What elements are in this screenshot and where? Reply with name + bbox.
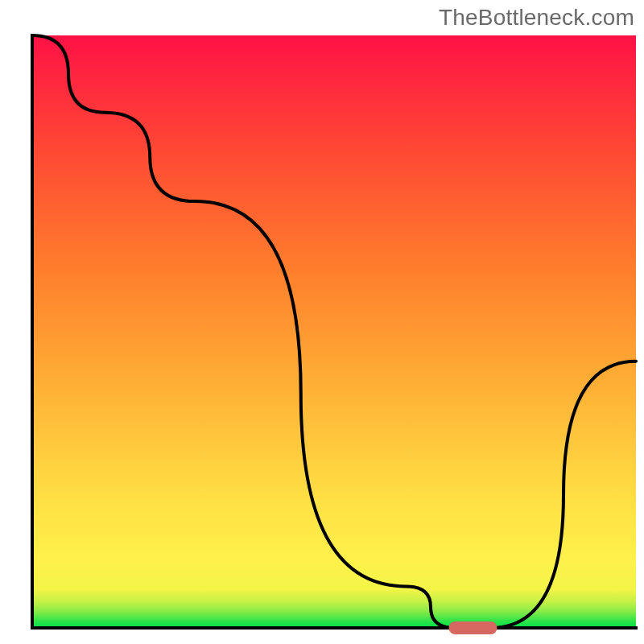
plot-background xyxy=(32,35,636,628)
optimal-range-marker xyxy=(449,621,497,634)
bottleneck-chart xyxy=(0,0,644,644)
watermark-text: TheBottleneck.com xyxy=(439,5,634,31)
